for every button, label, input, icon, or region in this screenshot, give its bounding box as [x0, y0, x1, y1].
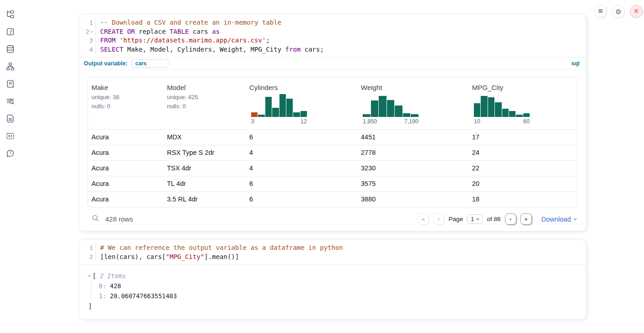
histogram-bar[interactable]: [363, 114, 370, 117]
download-label: Download: [542, 216, 571, 223]
histogram-bar[interactable]: [509, 111, 515, 117]
histogram-bar[interactable]: [272, 108, 279, 117]
table-cell: Acura: [88, 145, 163, 160]
column-name: Make: [91, 84, 160, 91]
histogram-bar[interactable]: [481, 96, 487, 117]
histogram-bar[interactable]: [258, 115, 264, 117]
histogram-bar[interactable]: [387, 100, 395, 117]
row-count-label: 428 rows: [105, 215, 133, 223]
code-line: 2[len(cars), cars["MPG_City"].mean()]: [79, 253, 586, 262]
next-page-button[interactable]: ›: [505, 213, 516, 225]
list-item: 1:20.060747663551403: [99, 291, 577, 301]
chevron-down-icon: [574, 217, 577, 220]
sidebar-item-help[interactable]: ?: [5, 149, 15, 159]
column-histogram: 1060: [474, 94, 530, 125]
column-histogram: 312: [251, 94, 307, 125]
column-header-mpg_city[interactable]: MPG_City1060: [468, 83, 577, 126]
line-number: 1: [79, 18, 96, 27]
table-cell: 18: [468, 192, 577, 207]
search-icon[interactable]: [91, 214, 99, 224]
first-page-button[interactable]: «: [418, 213, 429, 225]
histogram-bar[interactable]: [516, 115, 522, 117]
histogram-bar[interactable]: [502, 109, 509, 117]
table-cell: Acura: [88, 161, 163, 176]
histogram-bars: [251, 94, 307, 117]
histogram-bar[interactable]: [474, 103, 480, 117]
hamburger-icon: [596, 7, 605, 16]
last-page-button[interactable]: »: [521, 213, 532, 225]
column-name: Weight: [361, 84, 465, 91]
column-header-cylinders[interactable]: Cylinders312: [246, 83, 357, 126]
python-cell: 1# We can reference the output variable …: [79, 239, 586, 320]
sidebar-item-documentation[interactable]: [5, 115, 15, 124]
histogram-bar[interactable]: [286, 99, 293, 117]
fold-chevron-icon[interactable]: [90, 29, 93, 32]
close-button[interactable]: [630, 5, 643, 18]
sidebar-item-dependency-graph[interactable]: [5, 63, 15, 72]
sidebar-item-snippets[interactable]: [5, 132, 15, 141]
table-cell: 20: [468, 176, 577, 191]
bracket-close: ]: [88, 301, 577, 311]
python-code-editor[interactable]: 1# We can reference the output variable …: [79, 239, 586, 265]
line-number: 1: [79, 243, 96, 253]
code-line: 4SELECT Make, Model, Cylinders, Weight, …: [79, 45, 586, 54]
helper-panel-sidebar: f ?: [0, 0, 20, 333]
prev-page-button[interactable]: ‹: [433, 213, 445, 225]
dependency-graph-icon: [6, 62, 15, 72]
line-number: 4: [79, 45, 96, 54]
svg-text:?: ?: [9, 151, 11, 155]
page-select[interactable]: 1: [467, 214, 483, 224]
sidebar-item-data-sources[interactable]: [5, 45, 15, 54]
histogram-axis: 312: [251, 118, 307, 125]
column-header-model[interactable]: Modelunique: 425nulls: 0: [163, 83, 246, 126]
tree-children: 0:4281:20.060747663551403: [91, 281, 577, 301]
table-cell: TSX 4dr: [163, 161, 246, 176]
notebook-area: 1-- Download a CSV and create an in-memo…: [79, 14, 586, 320]
histogram-bar[interactable]: [411, 114, 419, 117]
table-footer: 428 rows « ‹ Page 1 of 86 › » Download: [87, 207, 578, 227]
gear-icon: ⚙: [615, 8, 621, 15]
column-stat: unique: 38: [91, 94, 160, 100]
output-variable-label: Output variable:: [84, 60, 128, 67]
column-header-weight[interactable]: Weight1,8507,190: [357, 83, 468, 126]
help-bubble-icon: ?: [6, 149, 15, 159]
item-value: 20.060747663551403: [110, 292, 177, 300]
histogram-bar[interactable]: [523, 113, 530, 117]
code-text: SELECT Make, Model, Cylinders, Weight, M…: [96, 45, 324, 54]
histogram-bar[interactable]: [279, 94, 286, 117]
code-line: 2CREATE OR replace TABLE cars as: [79, 27, 586, 37]
sidebar-item-outline[interactable]: [5, 80, 15, 89]
page-select-value: 1: [471, 216, 474, 222]
table-cell: 4451: [357, 130, 468, 145]
histogram-bar[interactable]: [301, 111, 307, 117]
sql-code-editor[interactable]: 1-- Download a CSV and create an in-memo…: [79, 14, 586, 57]
histogram-axis: 1060: [474, 118, 530, 125]
download-button[interactable]: Download: [542, 216, 577, 223]
list-item: 0:428: [99, 281, 577, 291]
collapse-chevron-icon[interactable]: [88, 274, 91, 277]
column-header-make[interactable]: Makeunique: 38nulls: 0: [88, 83, 163, 126]
histogram-bar[interactable]: [371, 100, 379, 117]
sidebar-item-file-explorer[interactable]: [5, 11, 15, 20]
code-line: 1-- Download a CSV and create an in-memo…: [79, 18, 586, 27]
histogram-bar[interactable]: [395, 106, 402, 117]
table-cell: 6: [246, 192, 357, 207]
histogram-bar[interactable]: [265, 97, 272, 117]
histogram-bar[interactable]: [251, 112, 258, 117]
histogram-bar[interactable]: [403, 113, 411, 117]
histogram-bar[interactable]: [488, 97, 494, 117]
histogram-bar[interactable]: [379, 96, 386, 117]
menu-button[interactable]: [594, 5, 607, 18]
histogram-bar[interactable]: [293, 112, 300, 117]
sidebar-item-logs[interactable]: [5, 97, 15, 106]
settings-button[interactable]: ⚙: [612, 5, 625, 18]
sidebar-item-variables[interactable]: f: [5, 28, 15, 37]
table-row: AcuraTSX 4dr4323022: [88, 160, 577, 176]
output-variable-input[interactable]: [132, 59, 168, 68]
line-number: 2: [79, 27, 96, 37]
histogram-bar[interactable]: [495, 102, 501, 117]
table-cell: MDX: [163, 130, 246, 145]
code-snippet-icon: [6, 132, 15, 142]
axis-max-label: 12: [301, 118, 307, 125]
language-badge[interactable]: sql: [571, 60, 580, 67]
